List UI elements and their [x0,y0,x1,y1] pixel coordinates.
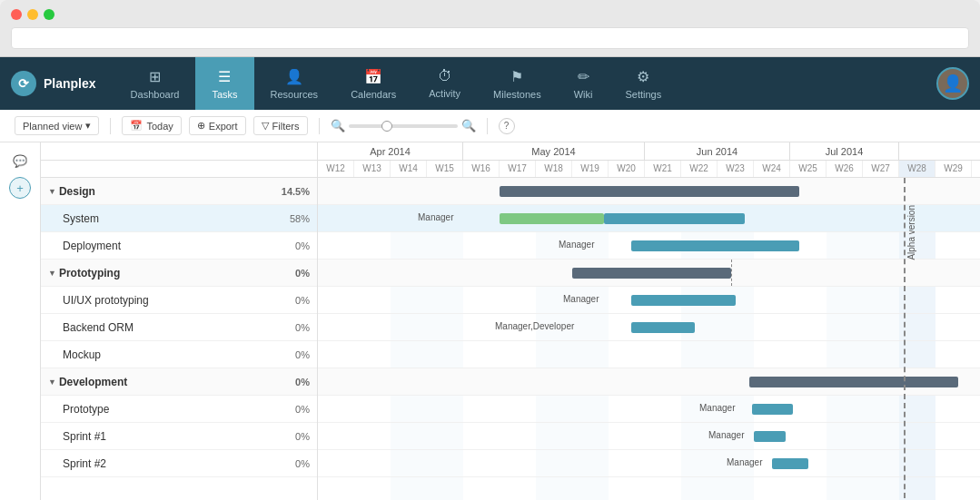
chart-row-prototype-task: Manager [318,396,980,423]
filters-label: Filters [272,121,300,132]
dot-green[interactable] [44,9,54,20]
task-name-prototype: Prototype [63,403,269,416]
week-w13: W13 [354,161,391,177]
chart-row-backend: Manager,Developer [318,314,980,341]
task-row-design[interactable]: ▼ Design 14.5% [41,178,317,205]
main-content: 💬 + Apr 2014 May 2014 Jun 2014 [0,142,980,500]
nav-label-milestones: Milestones [493,89,541,100]
bar-sprint2 [772,458,808,469]
week-w24: W24 [754,161,790,177]
nav-items: ⊞ Dashboard ☰ Tasks 👤 Resources 📅 Calend… [114,57,936,110]
app-container: ⟳ Planplex ⊞ Dashboard ☰ Tasks 👤 Resourc… [0,57,980,500]
bar-label-backend: Manager,Developer [495,321,574,331]
task-percent-sprint1: 0% [269,431,310,442]
planned-view-label: Planned view [23,121,82,132]
tasks-icon: ☰ [218,68,231,85]
week-w20: W20 [609,161,645,177]
bar-backend [631,322,695,333]
wiki-icon: ✏ [578,68,589,85]
bar-label-system: Manager [418,212,453,222]
resources-icon: 👤 [285,68,303,85]
task-row-uiux[interactable]: UI/UX prototyping 0% [41,287,317,314]
nav-label-calendars: Calendars [351,89,396,100]
task-row-system[interactable]: System 58% [41,205,317,232]
week-w15: W15 [427,161,463,177]
gantt-header: Apr 2014 May 2014 Jun 2014 Jul 2014 W12 … [41,142,980,178]
task-row-prototype[interactable]: Prototype 0% [41,396,317,423]
bar-development [749,377,958,387]
gantt-timeline-header: Apr 2014 May 2014 Jun 2014 Jul 2014 W12 … [318,142,980,177]
week-w19: W19 [572,161,609,177]
bar-uiux [631,295,736,306]
nav-item-dashboard[interactable]: ⊞ Dashboard [114,57,196,110]
task-row-sprint1[interactable]: Sprint #1 0% [41,423,317,450]
week-w29: W29 [935,161,972,177]
top-nav: ⟳ Planplex ⊞ Dashboard ☰ Tasks 👤 Resourc… [0,57,980,110]
dashed-prototyping-end [731,260,732,286]
nav-label-settings: Settings [625,89,661,100]
nav-label-wiki: Wiki [574,89,593,100]
task-row-sprint2[interactable]: Sprint #2 0% [41,450,317,477]
planned-view-button[interactable]: Planned view ▾ [15,116,99,135]
week-w12: W12 [318,161,354,177]
dot-red[interactable] [11,9,22,20]
chart-row-prototyping [318,260,980,287]
logo: ⟳ Planplex [11,71,96,96]
dot-yellow[interactable] [27,9,38,20]
zoom-slider-thumb[interactable] [381,121,392,132]
task-percent-development: 0% [269,377,310,387]
task-name-uiux: UI/UX prototyping [63,294,269,307]
task-row-prototyping[interactable]: ▼ Prototyping 0% [41,260,317,287]
export-button[interactable]: ⊕ Export [189,116,246,135]
nav-item-wiki[interactable]: ✏ Wiki [558,57,609,110]
chevron-down-icon: ▾ [85,120,91,132]
zoom-control: 🔍 🔍 [331,119,476,132]
task-percent-prototyping: 0% [269,268,310,279]
task-percent-prototype: 0% [269,404,310,415]
alpha-version-label: Alpha version [906,205,916,260]
browser-dots [11,9,969,20]
nav-item-milestones[interactable]: ⚑ Milestones [477,57,558,110]
task-name-deployment: Deployment [63,240,269,252]
filter-icon: ▽ [262,120,269,132]
week-w22: W22 [681,161,718,177]
bar-sprint1 [754,431,786,442]
add-icon[interactable]: + [9,177,31,199]
bar-system-green [500,213,604,224]
help-button[interactable]: ? [499,118,515,134]
task-name-design: Design [59,185,269,198]
address-bar[interactable] [11,27,969,49]
task-name-mockup: Mockup [63,348,269,361]
task-row-mockup[interactable]: Mockup 0% [41,341,317,368]
nav-item-tasks[interactable]: ☰ Tasks [195,57,253,110]
task-row-backend[interactable]: Backend ORM 0% [41,314,317,341]
comment-icon[interactable]: 💬 [9,150,31,172]
export-label: Export [209,121,238,132]
bar-label-uiux: Manager [563,294,599,304]
gantt-body: ▼ Design 14.5% System 58% Deployment 0% [41,178,980,500]
task-percent-mockup: 0% [269,349,310,360]
task-row-deployment[interactable]: Deployment 0% [41,232,317,260]
task-list: ▼ Design 14.5% System 58% Deployment 0% [41,178,318,500]
logo-text: Planplex [44,76,96,91]
week-w23: W23 [718,161,754,177]
sidebar-icons: 💬 + [0,142,41,500]
today-button[interactable]: 📅 Today [122,116,181,135]
week-w28: W28 [899,161,935,177]
bar-label-sprint1: Manager [708,430,744,440]
task-row-development[interactable]: ▼ Development 0% [41,368,317,396]
nav-item-resources[interactable]: 👤 Resources [254,57,335,110]
nav-label-activity: Activity [429,88,460,99]
collapse-icon-prototyping: ▼ [48,269,56,278]
zoom-slider-track [349,124,458,128]
nav-item-settings[interactable]: ⚙ Settings [609,57,678,110]
user-avatar[interactable]: 👤 [936,67,969,100]
bar-label-prototype: Manager [699,403,735,413]
month-apr: Apr 2014 [318,142,463,160]
nav-item-activity[interactable]: ⏱ Activity [412,57,477,110]
chart-row-sprint1: Manager [318,423,980,450]
search-minus-icon: 🔍 [331,119,345,132]
filters-button[interactable]: ▽ Filters [253,116,308,135]
nav-item-calendars[interactable]: 📅 Calendars [334,57,412,110]
gantt-left-header [41,142,318,177]
